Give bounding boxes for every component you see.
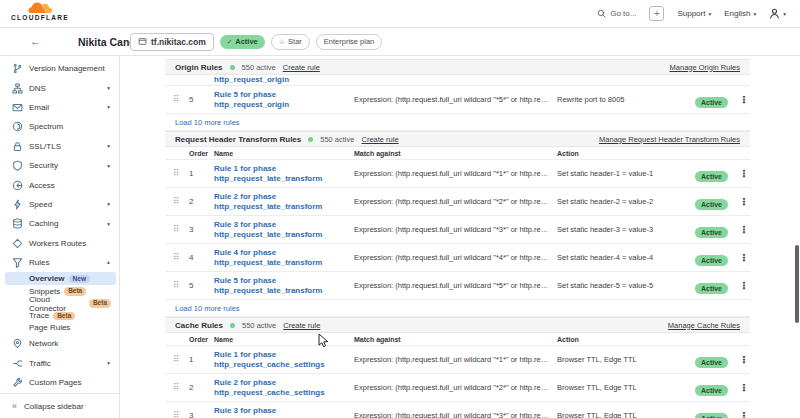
star-button[interactable]: ☆ Star [271,34,310,50]
match-cell: Expression: (http.request.full_uri wildc… [354,281,557,290]
load-more-link[interactable]: Load 10 more rules [165,114,750,131]
sidebar-item-spectrum[interactable]: Spectrum [0,117,119,136]
action-cell: Browser TTL, Edge TTL [557,355,695,364]
manage-rules-link[interactable]: Manage Request Header Transform Rules [599,135,740,144]
kebab-menu-button[interactable]: ⋮ [738,382,750,393]
sidebar-subitem-cloud-connector[interactable]: Cloud ConnectorBeta [0,297,119,309]
cloudflare-logo[interactable]: CLOUDFLARE [8,2,72,21]
drag-handle-icon[interactable]: ⠿ [173,225,189,234]
sidebar-item-ssl-tls[interactable]: SSL/TLS▾ [0,137,119,156]
rule-name-line2: http_request_cache_settings [214,388,354,398]
rule-name-line1: Rule 2 for phase [214,378,354,388]
rule-name-link[interactable]: Rule 4 for phasehttp_request_late_transf… [214,248,354,268]
sidebar-item-email[interactable]: Email▾ [0,98,119,117]
drag-handle-icon[interactable]: ⠿ [173,253,189,262]
check-icon: ✓ [227,38,232,46]
add-button[interactable]: + [649,6,664,21]
sidebar-item-security[interactable]: Security▾ [0,156,119,175]
sidebar-item-traffic[interactable]: Traffic▾ [0,353,119,372]
sidebar-item-dns[interactable]: DNS▾ [0,78,119,97]
rule-name-link[interactable]: Rule 3 for phasehttp_request_cache_setti… [214,406,354,418]
match-cell: Expression: (http.request.full_uri wildc… [354,197,557,206]
manage-rules-link[interactable]: Manage Origin Rules [670,63,740,72]
kebab-menu-button[interactable]: ⋮ [738,94,750,105]
user-menu[interactable]: ▾ [769,8,786,19]
kebab-menu-button[interactable]: ⋮ [738,168,750,179]
create-rule-link[interactable]: Create rule [283,321,320,330]
create-rule-link[interactable]: Create rule [283,63,320,72]
order-cell: 1 [189,355,214,364]
plus-icon: + [654,8,660,19]
match-cell: Expression: (http.request.full_uri wildc… [354,169,557,178]
drag-handle-icon[interactable]: ⠿ [173,169,189,178]
rule-name-line2: http_request_late_transform [214,174,354,184]
drag-handle-icon[interactable]: ⠿ [173,355,189,364]
zone-selector[interactable]: tf.nikitac.com [130,33,214,51]
caching-icon [12,218,23,229]
kebab-menu-button[interactable]: ⋮ [738,410,750,418]
sidebar-item-workers-routes[interactable]: Workers Routes [0,234,119,253]
chevron-down-icon: ▾ [708,11,711,17]
drag-handle-icon[interactable]: ⠿ [173,197,189,206]
kebab-menu-button[interactable]: ⋮ [738,280,750,291]
sidebar-item-rules[interactable]: Rules▾ [0,253,119,272]
status-badge: Active [695,283,728,294]
sidebar-subitem-page-rules[interactable]: Page Rules [0,322,119,334]
sidebar-subitem-trace[interactable]: TraceBeta [0,310,119,322]
account-name: Nikita Cano [78,36,136,48]
create-rule-link[interactable]: Create rule [361,135,398,144]
rule-name-link[interactable]: Rule 1 for phasehttp_request_cache_setti… [214,350,354,370]
collapse-sidebar-button[interactable]: « Collapse sidebar [0,393,119,418]
workers-icon [12,238,23,249]
user-icon [769,8,780,19]
match-cell: Expression: (http.request.full_uri wildc… [354,253,557,262]
column-header-row: OrderNameMatch againstAction [165,333,750,346]
rule-name-link[interactable]: Rule 1 for phasehttp_request_late_transf… [214,164,354,184]
section-header-cache-rules: Cache Rules550 activeCreate ruleManage C… [165,317,750,333]
section-title: Origin Rules [175,63,223,72]
sidebar-item-version-management[interactable]: Version Management [0,59,119,78]
order-cell: 5 [189,95,214,104]
rule-name-line1: Rule 3 for phase [214,220,354,230]
rule-name-link[interactable]: Rule 3 for phasehttp_request_late_transf… [214,220,354,240]
drag-handle-icon[interactable]: ⠿ [173,383,189,392]
status-badge-cell: Active [695,193,738,211]
collapse-label: Collapse sidebar [24,402,84,411]
rule-name-link[interactable]: Rule 5 for phasehttp_request_late_transf… [214,276,354,296]
chevron-down-icon: ▾ [107,163,110,169]
sidebar-subitem-overview[interactable]: OverviewNew [5,272,116,285]
rule-name-link[interactable]: Rule 2 for phasehttp_request_cache_setti… [214,378,354,398]
status-badge-cell: Active [695,249,738,267]
sidebar-item-access[interactable]: Access [0,175,119,194]
goto-search[interactable]: Go to... [597,9,636,18]
kebab-menu-button[interactable]: ⋮ [738,224,750,235]
active-dot-icon [230,65,235,70]
rule-name-link[interactable]: Rule 5 for phasehttp_request_origin [214,90,354,110]
column-name: Name [214,150,354,157]
rule-name-link[interactable]: Rule 2 for phasehttp_request_late_transf… [214,192,354,212]
manage-rules-link[interactable]: Manage Cache Rules [668,321,740,330]
language-menu[interactable]: English ▾ [724,9,756,18]
beta-badge: Beta [89,299,111,308]
drag-handle-icon[interactable]: ⠿ [173,95,189,104]
kebab-menu-button[interactable]: ⋮ [738,252,750,263]
drag-handle-icon[interactable]: ⠿ [173,281,189,290]
support-menu[interactable]: Support ▾ [677,9,711,18]
vertical-scrollbar[interactable] [795,245,799,323]
kebab-menu-button[interactable]: ⋮ [738,354,750,365]
rule-name-line2: http_request_origin [214,100,354,110]
drag-handle-icon[interactable]: ⠿ [173,411,189,418]
traffic-icon [12,358,23,369]
kebab-menu-button[interactable]: ⋮ [738,196,750,207]
rule-name-line1: Rule 4 for phase [214,248,354,258]
sidebar-item-network[interactable]: Network [0,334,119,353]
back-arrow-icon[interactable]: ← [30,35,41,47]
sidebar-item-custom-pages[interactable]: Custom Pages [0,373,119,392]
sidebar-item-caching[interactable]: Caching▾ [0,214,119,233]
rules-submenu: OverviewNewSnippetsBetaCloud ConnectorBe… [0,272,119,334]
sidebar-item-speed[interactable]: Speed▾ [0,195,119,214]
column-action: Action [557,336,695,343]
rule-name-link[interactable]: http_request_origin [214,75,354,85]
load-more-link[interactable]: Load 10 more rules [165,300,750,317]
sidebar-item-label: Traffic [29,359,107,368]
